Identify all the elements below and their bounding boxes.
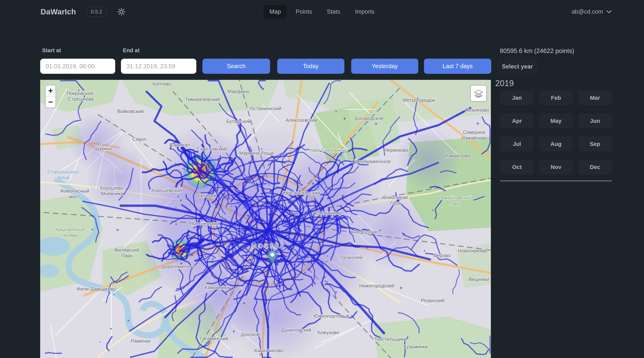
zoom-out-button[interactable]: −	[46, 97, 55, 108]
svg-text:Измайлово: Измайлово	[444, 153, 470, 159]
svg-text:Вешняки: Вешняки	[469, 276, 489, 282]
svg-text:Текстильщики: Текстильщики	[374, 336, 407, 342]
svg-text:Аэропорт: Аэропорт	[169, 142, 191, 148]
tab-stats[interactable]: Stats	[321, 5, 346, 18]
end-at-label: End at	[123, 47, 140, 53]
svg-text:Сокол: Сокол	[132, 136, 146, 142]
svg-text:Хорошёвский: Хорошёвский	[151, 187, 182, 193]
month-button-dec[interactable]: Dec	[578, 160, 612, 175]
svg-text:Хамовники: Хамовники	[204, 285, 230, 290]
theme-toggle-button[interactable]	[117, 7, 126, 16]
svg-text:Останкинский: Останкинский	[250, 106, 281, 111]
map[interactable]: КоптевоПокровское-СтрешневоМарфиноТимиря…	[40, 80, 491, 358]
svg-text:Красносельский: Красносельский	[283, 190, 320, 196]
svg-text:Метрогородок: Метрогородок	[403, 97, 435, 103]
svg-text:Нижегородский: Нижегородский	[359, 283, 394, 289]
svg-text:Войковский: Войковский	[117, 108, 144, 114]
layers-control[interactable]	[470, 85, 487, 102]
month-button-jun[interactable]: Jun	[578, 113, 612, 128]
svg-text:Коптево: Коптево	[152, 81, 171, 87]
svg-text:Хорошёво-Мнёвники: Хорошёво-Мнёвники	[100, 185, 125, 196]
svg-text:Черкизово: Черкизово	[384, 147, 408, 153]
app-logo[interactable]: DaWarIch	[40, 7, 76, 16]
svg-text:Басманный: Басманный	[316, 210, 342, 216]
stats-text: 80595.6 km (24622 points)	[500, 47, 574, 54]
nav-tabs: MapPointsStatsImports	[264, 0, 380, 23]
svg-text:Савёловский: Савёловский	[196, 146, 227, 152]
zoom-control: + −	[45, 85, 56, 108]
last-7-days-button[interactable]: Last 7 days	[424, 59, 491, 74]
tab-map[interactable]: Map	[264, 5, 286, 18]
month-button-jul[interactable]: Jul	[500, 136, 534, 151]
zoom-in-button[interactable]: +	[46, 86, 55, 97]
svg-text:Кузьминки: Кузьминки	[404, 344, 428, 350]
svg-text:Гагаринский: Гагаринский	[200, 336, 228, 341]
layers-icon	[473, 88, 484, 99]
month-button-aug[interactable]: Aug	[539, 136, 573, 151]
month-button-jan[interactable]: Jan	[500, 90, 534, 105]
svg-text:Покровское-Стрешнево: Покровское-Стрешнево	[66, 90, 95, 102]
svg-text:МОСКВА: МОСКВА	[251, 242, 285, 249]
version-badge: 0.5.2	[86, 7, 107, 17]
svg-text:Лефортово: Лефортово	[353, 229, 379, 235]
svg-text:Фили-Давыдково: Фили-Давыдково	[76, 286, 116, 292]
svg-text:Бутырский: Бутырский	[226, 118, 250, 124]
svg-text:Беговой: Беговой	[198, 193, 216, 198]
month-button-feb[interactable]: Feb	[539, 90, 573, 105]
month-button-oct[interactable]: Oct	[500, 160, 534, 175]
svg-text:Кожухово: Кожухово	[317, 330, 339, 335]
navbar: DaWarIch 0.5.2 MapPointsStatsImports ab@…	[0, 0, 644, 23]
yesterday-button[interactable]: Yesterday	[351, 59, 418, 74]
month-button-may[interactable]: May	[539, 113, 573, 128]
svg-text:СеверноеИзмайлово: СеверноеИзмайлово	[461, 129, 487, 141]
svg-text:Южнопортовый: Южнопортовый	[314, 313, 349, 319]
svg-text:Канатчиково: Канатчиково	[254, 348, 283, 353]
sidebar-divider	[500, 181, 612, 181]
tab-points[interactable]: Points	[290, 5, 318, 18]
month-button-mar[interactable]: Mar	[578, 90, 612, 105]
tab-imports[interactable]: Imports	[349, 5, 380, 18]
svg-text:Марфино: Марфино	[228, 89, 250, 94]
month-button-apr[interactable]: Apr	[500, 113, 534, 128]
sun-icon	[117, 7, 126, 16]
map-pin-marker[interactable]	[268, 250, 277, 265]
start-at-label: Start at	[42, 47, 61, 53]
svg-text:Пресненский: Пресненский	[190, 221, 220, 226]
user-email: ab@cd.com	[572, 8, 603, 15]
svg-text:Даниловский: Даниловский	[281, 327, 311, 333]
month-grid: JanFebMarAprMayJunJulAugSepOctNovDec	[500, 90, 613, 175]
svg-text:Преображенское: Преображенское	[352, 159, 391, 164]
svg-text:Рязанский: Рязанский	[421, 298, 444, 303]
svg-text:Перово: Перово	[434, 253, 451, 258]
month-button-nov[interactable]: Nov	[539, 160, 573, 175]
svg-text:Раменки: Раменки	[131, 338, 150, 344]
user-menu[interactable]: ab@cd.com	[572, 0, 612, 23]
svg-text:Щукино: Щукино	[94, 146, 112, 151]
start-at-input[interactable]	[40, 59, 115, 74]
month-button-sep[interactable]: Sep	[578, 136, 612, 151]
select-year-button[interactable]: Select year	[497, 58, 538, 75]
chevron-down-icon	[606, 10, 612, 14]
year-heading: 2019	[495, 79, 514, 88]
end-at-input[interactable]	[121, 59, 196, 74]
svg-text:парк Сокольники: парк Сокольники	[309, 147, 348, 153]
svg-text:Тимирязевский: Тимирязевский	[185, 97, 220, 102]
svg-text:Богородское: Богородское	[355, 115, 384, 121]
svg-text:Таганский: Таганский	[340, 254, 362, 260]
svg-text:Алексеевский: Алексеевский	[286, 117, 318, 123]
svg-text:Дорогомилово: Дорогомилово	[162, 264, 195, 269]
svg-text:Гольяново: Гольяново	[465, 107, 489, 113]
today-button[interactable]: Today	[277, 59, 344, 74]
search-button[interactable]: Search	[202, 59, 270, 74]
svg-text:Марьина Роща: Марьина Роща	[239, 150, 274, 156]
svg-text:Донской: Донской	[241, 332, 260, 337]
svg-text:Новогиреево: Новогиреево	[458, 248, 488, 254]
map-canvas: КоптевоПокровское-СтрешневоМарфиноТимиря…	[40, 80, 491, 358]
